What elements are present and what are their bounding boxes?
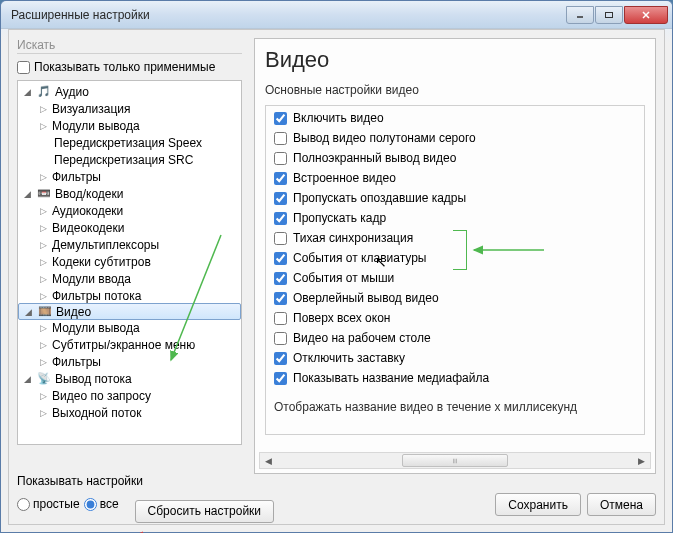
show-applicable-label: Показывать только применимые xyxy=(34,60,215,74)
opt-drop-late: Пропускать опоздавшие кадры xyxy=(266,188,644,208)
scroll-track[interactable] xyxy=(277,453,633,468)
expand-icon[interactable] xyxy=(38,273,49,284)
expand-icon[interactable] xyxy=(38,339,49,350)
maximize-button[interactable] xyxy=(595,6,623,24)
expand-icon[interactable] xyxy=(38,407,49,418)
show-settings-label: Показывать настройки xyxy=(17,474,143,488)
tree-video[interactable]: 🎞️Видео xyxy=(18,303,241,320)
expand-icon[interactable] xyxy=(38,222,49,233)
options-box: Включить видео Вывод видео полутонами се… xyxy=(265,105,645,435)
dialog-buttons: Сохранить Отмена xyxy=(495,493,656,516)
maximize-icon xyxy=(604,11,614,19)
page-title: Видео xyxy=(265,47,645,73)
right-panel: Видео Основные настройки видео Включить … xyxy=(254,38,656,474)
opt-show-title: Показывать название медиафайла xyxy=(266,368,644,388)
opt-quiet-sync-checkbox[interactable] xyxy=(274,232,287,245)
expand-icon[interactable] xyxy=(38,256,49,267)
opt-wallpaper-checkbox[interactable] xyxy=(274,332,287,345)
tree-input-streamfilters[interactable]: Фильтры потока xyxy=(18,287,241,304)
tree-video-out[interactable]: Модули вывода xyxy=(18,319,241,336)
opt-embedded-checkbox[interactable] xyxy=(274,172,287,185)
opt-fullscreen: Полноэкранный вывод видео xyxy=(266,148,644,168)
category-tree[interactable]: 🎵Аудио Визуализация Модули вывода Переди… xyxy=(17,80,242,445)
window: Расширенные настройки Искать Показывать … xyxy=(0,0,673,533)
tree-out-vod[interactable]: Видео по запросу xyxy=(18,387,241,404)
opt-keyboard-events-checkbox[interactable] xyxy=(274,252,287,265)
show-applicable-checkbox[interactable] xyxy=(17,61,30,74)
expand-icon[interactable] xyxy=(22,373,33,384)
scroll-thumb[interactable] xyxy=(402,454,509,467)
close-button[interactable] xyxy=(624,6,668,24)
reset-button[interactable]: Сбросить настройки xyxy=(135,500,274,523)
expand-icon[interactable] xyxy=(22,188,33,199)
radio-simple-input[interactable] xyxy=(17,498,30,511)
tutorial-arrow-red-icon xyxy=(129,528,189,533)
expand-icon[interactable] xyxy=(38,205,49,216)
scroll-left-icon[interactable]: ◀ xyxy=(260,453,277,468)
close-icon xyxy=(641,11,651,19)
tree-audio-out[interactable]: Модули вывода xyxy=(18,117,241,134)
tree-input-demux[interactable]: Демультиплексоры xyxy=(18,236,241,253)
expand-icon[interactable] xyxy=(22,86,33,97)
save-button[interactable]: Сохранить xyxy=(495,493,581,516)
opt-fullscreen-checkbox[interactable] xyxy=(274,152,287,165)
horizontal-scrollbar[interactable]: ◀ ▶ xyxy=(259,452,651,469)
opt-grayscale: Вывод видео полутонами серого xyxy=(266,128,644,148)
expand-icon[interactable] xyxy=(38,356,49,367)
tree-out-stream[interactable]: Выходной поток xyxy=(18,404,241,421)
tree-video-filters[interactable]: Фильтры xyxy=(18,353,241,370)
left-panel: Искать Показывать только применимые 🎵Ауд… xyxy=(17,38,242,474)
opt-grayscale-checkbox[interactable] xyxy=(274,132,287,145)
opt-no-splash: Отключить заставку xyxy=(266,348,644,368)
opt-skip-frames-checkbox[interactable] xyxy=(274,212,287,225)
tree-input-videocodecs[interactable]: Видеокодеки xyxy=(18,219,241,236)
settings-mode-group: простые все Сбросить настройки xyxy=(17,486,274,523)
minimize-button[interactable] xyxy=(566,6,594,24)
scroll-right-icon[interactable]: ▶ xyxy=(633,453,650,468)
radio-simple[interactable]: простые xyxy=(17,497,80,511)
tree-audio-viz[interactable]: Визуализация xyxy=(18,100,241,117)
opt-overlay: Оверлейный вывод видео xyxy=(266,288,644,308)
opt-wallpaper: Видео на рабочем столе xyxy=(266,328,644,348)
minimize-icon xyxy=(575,11,585,19)
opt-mouse-events: События от мыши xyxy=(266,268,644,288)
expand-icon[interactable] xyxy=(38,290,49,301)
titlebar[interactable]: Расширенные настройки xyxy=(1,1,672,29)
expand-icon[interactable] xyxy=(38,103,49,114)
expand-icon[interactable] xyxy=(38,120,49,131)
tree-input-modules[interactable]: Модули ввода xyxy=(18,270,241,287)
tree-streamout[interactable]: 📡Вывод потока xyxy=(18,370,241,387)
content-area: Искать Показывать только применимые 🎵Ауд… xyxy=(8,29,665,525)
tree-input[interactable]: 📼Ввод/кодеки xyxy=(18,185,241,202)
expand-icon[interactable] xyxy=(38,239,49,250)
video-icon: 🎞️ xyxy=(37,305,53,319)
window-title: Расширенные настройки xyxy=(11,8,566,22)
title-duration-label: Отображать название видео в течение x ми… xyxy=(266,394,644,414)
opt-overlay-checkbox[interactable] xyxy=(274,292,287,305)
tree-audio-speex[interactable]: Передискретизация Speex xyxy=(18,134,241,151)
radio-all-input[interactable] xyxy=(84,498,97,511)
opt-embedded: Встроенное видео xyxy=(266,168,644,188)
tree-audio-filters[interactable]: Фильтры xyxy=(18,168,241,185)
bottom-bar: Показывать настройки простые все Сбросит… xyxy=(17,478,656,516)
expand-icon[interactable] xyxy=(38,390,49,401)
opt-show-title-checkbox[interactable] xyxy=(274,372,287,385)
expand-icon[interactable] xyxy=(23,306,34,317)
opt-enable-video-checkbox[interactable] xyxy=(274,112,287,125)
codec-icon: 📼 xyxy=(36,187,52,201)
opt-mouse-events-checkbox[interactable] xyxy=(274,272,287,285)
tree-input-subcodecs[interactable]: Кодеки субтитров xyxy=(18,253,241,270)
tree-input-audiocodecs[interactable]: Аудиокодеки xyxy=(18,202,241,219)
section-label: Основные настройки видео xyxy=(265,83,645,97)
opt-drop-late-checkbox[interactable] xyxy=(274,192,287,205)
expand-icon[interactable] xyxy=(38,171,49,182)
radio-all[interactable]: все xyxy=(84,497,119,511)
tree-audio-src[interactable]: Передискретизация SRC xyxy=(18,151,241,168)
opt-no-splash-checkbox[interactable] xyxy=(274,352,287,365)
tree-video-subtitles[interactable]: Субтитры/экранное меню xyxy=(18,336,241,353)
tree-audio[interactable]: 🎵Аудио xyxy=(18,83,241,100)
cancel-button[interactable]: Отмена xyxy=(587,493,656,516)
expand-icon[interactable] xyxy=(38,322,49,333)
opt-on-top-checkbox[interactable] xyxy=(274,312,287,325)
search-label[interactable]: Искать xyxy=(17,38,242,54)
